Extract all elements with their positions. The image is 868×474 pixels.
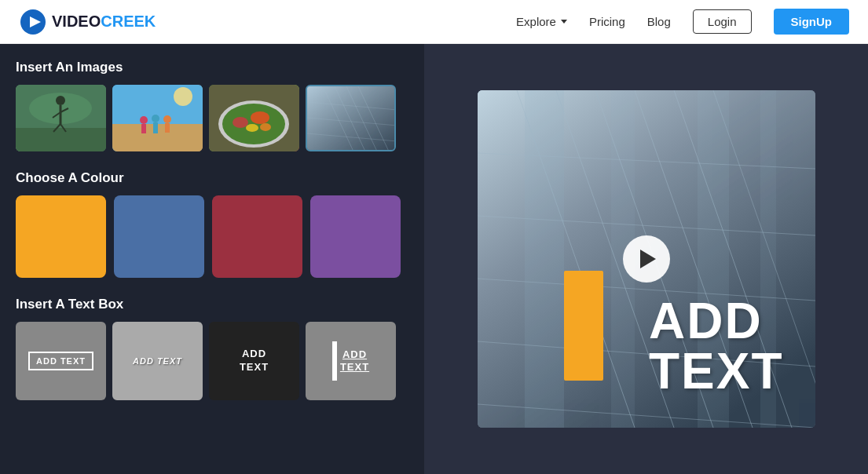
textbox-grid: ADD TEXT ADD TEXT ADDTEXT ADDTEXT — [16, 322, 408, 400]
image-buildings[interactable] — [306, 85, 396, 151]
colour-red[interactable] — [212, 195, 302, 278]
salad-illustration — [209, 85, 299, 151]
main-layout: Insert An Images — [0, 44, 868, 474]
textbox-bar-label: ADDTEXT — [340, 348, 369, 373]
beach-illustration — [112, 85, 203, 151]
textbox-section-title: Insert A Text Box — [16, 297, 408, 312]
svg-rect-3 — [16, 128, 106, 151]
textbox-bar-accent — [332, 341, 337, 381]
textbox-bar-inner: ADDTEXT — [332, 341, 369, 381]
svg-point-26 — [260, 123, 271, 131]
preview-orange-bar — [564, 271, 603, 381]
right-panel: ADD TEXT — [424, 44, 868, 474]
nav-explore[interactable]: Explore — [516, 15, 567, 28]
explore-label: Explore — [516, 15, 556, 28]
svg-point-25 — [246, 124, 258, 132]
colour-orange[interactable] — [16, 195, 106, 278]
buildings-illustration — [307, 86, 396, 151]
svg-point-23 — [233, 117, 248, 128]
svg-point-22 — [222, 104, 285, 144]
login-button[interactable]: Login — [693, 9, 752, 34]
textbox-dark-label: ADDTEXT — [240, 348, 269, 374]
runner-illustration — [16, 85, 106, 151]
logo[interactable]: VIDEOCREEK — [19, 8, 156, 36]
svg-rect-17 — [153, 122, 158, 133]
svg-point-14 — [140, 116, 148, 124]
textbox-bordered-label: ADD TEXT — [28, 352, 93, 370]
svg-point-13 — [174, 87, 192, 106]
preview-add-text: ADD TEXT — [649, 296, 784, 396]
preview-add-text-line2: TEXT — [649, 346, 784, 396]
header: VIDEOCREEK Explore Pricing Blog Login Si… — [0, 0, 868, 44]
colours-grid — [16, 195, 408, 278]
nav: Explore Pricing Blog Login SignUp — [516, 9, 849, 35]
svg-point-18 — [163, 115, 171, 123]
chevron-down-icon — [561, 20, 567, 24]
image-beach[interactable] — [112, 85, 203, 151]
nav-blog[interactable]: Blog — [647, 15, 671, 28]
svg-point-16 — [152, 115, 159, 122]
textbox-bordered[interactable]: ADD TEXT — [16, 322, 106, 400]
colour-purple[interactable] — [310, 195, 401, 278]
textbox-italic-label: ADD TEXT — [133, 356, 182, 366]
svg-rect-15 — [141, 124, 146, 133]
nav-pricing[interactable]: Pricing — [589, 15, 625, 28]
left-panel: Insert An Images — [0, 44, 424, 474]
colour-blue[interactable] — [114, 195, 204, 278]
image-runner[interactable] — [16, 85, 106, 151]
svg-rect-47 — [525, 90, 564, 428]
textbox-bar[interactable]: ADDTEXT — [306, 322, 396, 400]
colours-section-title: Choose A Colour — [16, 170, 408, 186]
svg-point-5 — [56, 96, 65, 105]
image-salad[interactable] — [209, 85, 299, 151]
textbox-dark[interactable]: ADDTEXT — [209, 322, 299, 400]
images-grid — [16, 85, 408, 151]
logo-text: VIDEOCREEK — [52, 13, 156, 31]
preview-container: ADD TEXT — [478, 90, 815, 428]
svg-rect-19 — [165, 123, 170, 133]
signup-button[interactable]: SignUp — [774, 9, 850, 35]
images-section-title: Insert An Images — [16, 60, 408, 75]
logo-icon — [19, 8, 47, 36]
play-icon — [640, 250, 656, 268]
play-button[interactable] — [623, 235, 670, 283]
textbox-italic[interactable]: ADD TEXT — [112, 322, 203, 400]
preview-add-text-line1: ADD — [649, 296, 784, 346]
svg-point-24 — [251, 111, 269, 124]
